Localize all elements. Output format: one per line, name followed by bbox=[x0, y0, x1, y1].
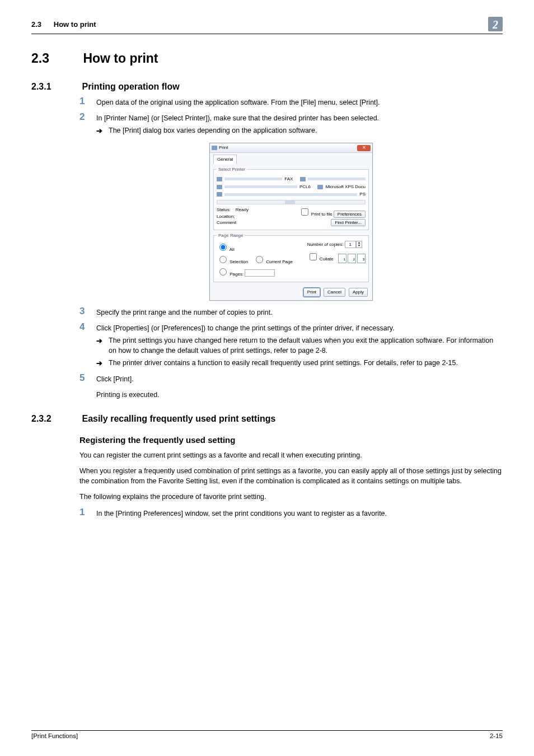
footer-page-no: 2-15 bbox=[490, 732, 503, 739]
range-pages-radio[interactable]: Pages: bbox=[217, 267, 293, 278]
header-section-label: 2.3 How to print bbox=[31, 20, 96, 29]
step-1: 1 Open data of the original using the ap… bbox=[79, 96, 503, 108]
paragraph: You can register the current print setti… bbox=[79, 450, 503, 460]
paragraph: The following explains the procedure of … bbox=[79, 492, 503, 502]
step-5-result: Printing is executed. bbox=[96, 390, 503, 400]
arrow-icon: ➔ bbox=[96, 358, 109, 368]
printer-icon bbox=[212, 146, 217, 150]
print-dialog-figure: Print ✕ General Select Printer FAX PCL6 … bbox=[79, 143, 503, 300]
dialog-tabs: General bbox=[210, 153, 372, 164]
printer-icon bbox=[300, 177, 306, 181]
step-number: 2 bbox=[79, 112, 96, 123]
section-heading-no: 2.3 bbox=[31, 51, 79, 66]
status-label: Status: bbox=[217, 207, 231, 212]
step-5: 5 Click [Print]. bbox=[79, 373, 503, 384]
step-text: Open data of the original using the appl… bbox=[96, 96, 380, 108]
status-value: Ready bbox=[236, 207, 249, 212]
location-label: Location: bbox=[217, 213, 249, 220]
print-dialog: Print ✕ General Select Printer FAX PCL6 … bbox=[209, 143, 373, 300]
printer-icon bbox=[217, 185, 222, 189]
step-text: Click [Print]. bbox=[96, 373, 134, 384]
header-section-title: How to print bbox=[54, 20, 96, 29]
header-section-no: 2.3 bbox=[31, 20, 41, 29]
printer-ps[interactable]: PS bbox=[359, 191, 366, 198]
dialog-title: Print bbox=[219, 144, 228, 151]
subsection-232-title: Easily recalling frequently used print s… bbox=[82, 414, 275, 423]
subsection-231-heading: 2.3.1 Printing operation flow bbox=[31, 82, 503, 92]
preferences-button[interactable]: Preferences bbox=[334, 211, 366, 218]
step-text: In [Printer Name] (or [Select Printer]),… bbox=[96, 112, 379, 123]
steps-231: 1 Open data of the original using the ap… bbox=[79, 96, 503, 400]
scrollbar[interactable] bbox=[217, 200, 366, 204]
note-text: The print settings you have changed here… bbox=[109, 335, 503, 356]
page-header: 2.3 How to print 2 bbox=[31, 17, 503, 34]
select-printer-group: Select Printer FAX PCL6 Microsoft XPS Do… bbox=[213, 166, 369, 230]
step-note: ➔ The print settings you have changed he… bbox=[96, 335, 503, 356]
section-heading-title: How to print bbox=[83, 51, 158, 66]
note-text: The [Print] dialog box varies depending … bbox=[109, 125, 503, 136]
section-heading: 2.3 How to print bbox=[31, 51, 503, 66]
printer-icon bbox=[317, 185, 323, 189]
page-footer: [Print Functions] 2-15 bbox=[31, 730, 503, 739]
footer-left: [Print Functions] bbox=[31, 732, 78, 739]
step-note: ➔ The printer driver contains a function… bbox=[96, 358, 503, 368]
copies-stepper[interactable]: 1▴▾ bbox=[345, 241, 362, 248]
step-number: 1 bbox=[79, 507, 96, 518]
collate-icon: 123 bbox=[338, 254, 366, 263]
dialog-buttons: Print Cancel Apply bbox=[210, 284, 372, 300]
pages-input[interactable] bbox=[245, 269, 275, 277]
printer-fax[interactable]: FAX bbox=[284, 176, 293, 183]
step-2: 2 In [Printer Name] (or [Select Printer]… bbox=[79, 112, 503, 123]
range-all-radio[interactable]: All bbox=[217, 242, 293, 253]
printer-pcl6[interactable]: PCL6 bbox=[299, 184, 311, 190]
step-number: 5 bbox=[79, 373, 96, 384]
collate-checkbox[interactable]: Collate bbox=[307, 256, 334, 262]
step-c1: 1 In the [Printing Preferences] window, … bbox=[79, 507, 503, 519]
step-number: 1 bbox=[79, 96, 96, 107]
find-printer-button[interactable]: Find Printer... bbox=[331, 219, 366, 226]
dialog-titlebar: Print ✕ bbox=[210, 143, 372, 153]
body-232: You can register the current print setti… bbox=[79, 450, 503, 519]
chapter-number: 2 bbox=[493, 19, 498, 30]
subsection-232-no: 2.3.2 bbox=[31, 414, 79, 424]
page-range-legend: Page Range bbox=[217, 232, 245, 239]
cancel-button[interactable]: Cancel bbox=[324, 288, 345, 297]
printer-icon bbox=[217, 177, 222, 181]
subsection-231-no: 2.3.1 bbox=[31, 82, 79, 92]
step-number: 4 bbox=[79, 322, 96, 333]
apply-button[interactable]: Apply bbox=[349, 288, 368, 297]
printer-xps[interactable]: Microsoft XPS Docu bbox=[325, 184, 366, 190]
step-note: ➔ The [Print] dialog box varies dependin… bbox=[96, 125, 503, 136]
print-button[interactable]: Print bbox=[303, 288, 320, 297]
subsection-231-title: Printing operation flow bbox=[82, 82, 179, 91]
close-button[interactable]: ✕ bbox=[357, 145, 371, 151]
chapter-badge: 2 bbox=[488, 17, 503, 31]
arrow-icon: ➔ bbox=[96, 335, 109, 346]
step-text: In the [Printing Preferences] window, se… bbox=[96, 507, 387, 519]
step-text: Click [Properties] (or [Preferences]) to… bbox=[96, 322, 395, 333]
step-number: 3 bbox=[79, 306, 96, 317]
subsubsection-heading: Registering the frequently used setting bbox=[79, 435, 503, 445]
tab-general[interactable]: General bbox=[213, 155, 237, 164]
arrow-icon: ➔ bbox=[96, 125, 109, 136]
note-text: The printer driver contains a function t… bbox=[109, 358, 503, 368]
subsection-232-heading: 2.3.2 Easily recalling frequently used p… bbox=[31, 414, 503, 424]
step-text: Specify the print range and the number o… bbox=[96, 306, 273, 318]
page-range-group: Page Range All Selection Current Page Pa… bbox=[213, 232, 369, 282]
print-to-file-checkbox[interactable]: Print to file bbox=[299, 212, 332, 217]
paragraph: When you register a frequently used comb… bbox=[79, 466, 503, 486]
select-printer-legend: Select Printer bbox=[217, 166, 247, 173]
step-4: 4 Click [Properties] (or [Preferences]) … bbox=[79, 322, 503, 333]
comment-label: Comment: bbox=[217, 220, 249, 226]
copies-label: Number of copies: bbox=[307, 242, 344, 247]
printer-icon bbox=[217, 192, 222, 197]
step-3: 3 Specify the print range and the number… bbox=[79, 306, 503, 318]
range-selection-radio[interactable]: Selection Current Page bbox=[217, 254, 293, 265]
